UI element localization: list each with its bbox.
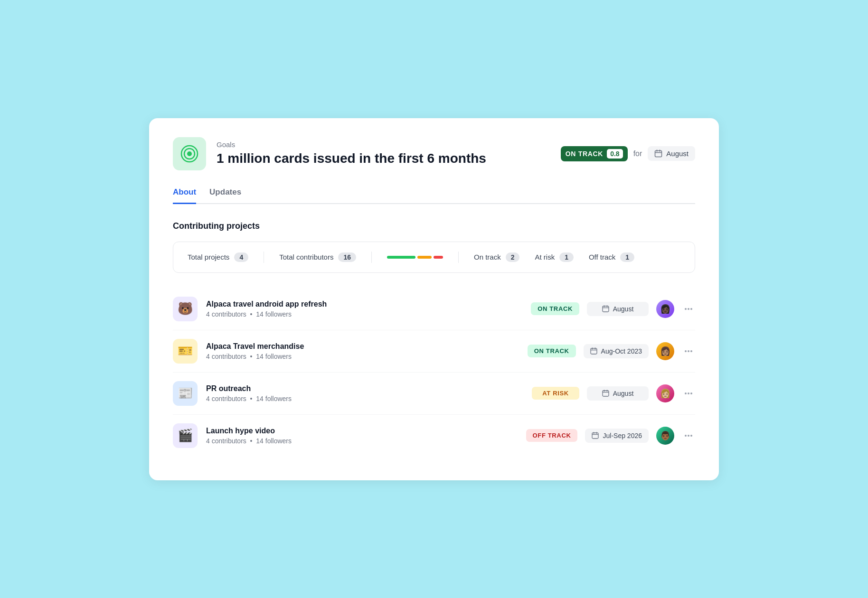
off-track-label: Off track bbox=[589, 253, 615, 261]
project-icon-1: 🐻 bbox=[173, 297, 198, 321]
calendar-icon-2 bbox=[590, 347, 597, 355]
total-projects-stat: Total projects 4 bbox=[188, 252, 248, 262]
stats-bar: Total projects 4 Total contributors 16 O… bbox=[173, 242, 695, 273]
at-risk-stat: At risk 1 bbox=[535, 252, 573, 262]
project-info-3: PR outreach 4 contributors • 14 follower… bbox=[206, 384, 532, 402]
project-row: 🎫 Alpaca Travel merchandise 4 contributo… bbox=[173, 330, 695, 373]
svg-point-2 bbox=[187, 151, 192, 156]
project-date-4: Jul-Sep 2026 bbox=[585, 429, 649, 443]
status-badge: ON TRACK 0.8 bbox=[561, 146, 628, 161]
divider-3 bbox=[458, 252, 459, 263]
more-button-2[interactable] bbox=[682, 348, 695, 354]
project-icon-3: 📰 bbox=[173, 381, 198, 406]
calendar-icon-3 bbox=[602, 390, 609, 397]
progress-bars bbox=[387, 256, 443, 259]
target-icon bbox=[180, 145, 198, 163]
project-name-1: Alpaca travel android app refresh bbox=[206, 300, 531, 308]
header-text: Goals 1 million cards issued in the firs… bbox=[217, 140, 561, 167]
divider-2 bbox=[371, 252, 372, 263]
project-row: 🐻 Alpaca travel android app refresh 4 co… bbox=[173, 288, 695, 330]
total-projects-label: Total projects bbox=[188, 253, 229, 261]
project-date-3: August bbox=[587, 386, 649, 401]
status-text: ON TRACK bbox=[566, 150, 603, 158]
project-right-4: OFF TRACK Jul-Sep 2026 👨🏾 bbox=[526, 427, 695, 445]
svg-rect-3 bbox=[655, 151, 662, 157]
status-score: 0.8 bbox=[607, 149, 623, 159]
on-track-label: On track bbox=[474, 253, 501, 261]
tab-about[interactable]: About bbox=[173, 187, 196, 204]
off-track-count: 1 bbox=[620, 252, 634, 262]
svg-rect-5 bbox=[591, 348, 597, 354]
tabs: About Updates bbox=[173, 187, 695, 204]
projects-list: 🐻 Alpaca travel android app refresh 4 co… bbox=[173, 288, 695, 457]
avatar-1: 👩🏿 bbox=[656, 300, 674, 318]
on-track-count: 2 bbox=[506, 252, 520, 262]
total-contributors-count: 16 bbox=[338, 252, 356, 262]
project-meta-4: 4 contributors • 14 followers bbox=[206, 437, 526, 445]
project-status-1: ON TRACK bbox=[531, 302, 579, 315]
svg-rect-4 bbox=[603, 306, 609, 312]
svg-rect-7 bbox=[592, 433, 598, 439]
progress-green bbox=[387, 256, 415, 259]
project-row: 🎬 Launch hype video 4 contributors • 14 … bbox=[173, 415, 695, 457]
goal-icon-wrap bbox=[173, 137, 206, 170]
project-name-4: Launch hype video bbox=[206, 427, 526, 435]
project-right-3: AT RISK August 👩🏼 bbox=[532, 384, 695, 402]
project-info-4: Launch hype video 4 contributors • 14 fo… bbox=[206, 427, 526, 445]
project-meta-3: 4 contributors • 14 followers bbox=[206, 395, 532, 402]
for-label: for bbox=[633, 150, 642, 158]
total-contributors-label: Total contributors bbox=[279, 253, 333, 261]
project-status-3: AT RISK bbox=[532, 387, 579, 400]
project-status-2: ON TRACK bbox=[528, 345, 576, 357]
project-row: 📰 PR outreach 4 contributors • 14 follow… bbox=[173, 373, 695, 415]
divider-1 bbox=[264, 252, 264, 263]
tab-updates[interactable]: Updates bbox=[209, 187, 241, 204]
avatar-3: 👩🏼 bbox=[656, 384, 674, 402]
avatar-2: 👩🏽 bbox=[656, 342, 674, 360]
project-icon-4: 🎬 bbox=[173, 423, 198, 448]
progress-amber bbox=[417, 256, 432, 259]
more-button-1[interactable] bbox=[682, 306, 695, 312]
project-info-2: Alpaca Travel merchandise 4 contributors… bbox=[206, 342, 528, 360]
calendar-icon bbox=[654, 150, 662, 158]
calendar-icon-1 bbox=[602, 305, 609, 312]
at-risk-count: 1 bbox=[559, 252, 574, 262]
at-risk-label: At risk bbox=[535, 253, 555, 261]
svg-rect-6 bbox=[603, 391, 609, 396]
avatar-4: 👨🏾 bbox=[656, 427, 674, 445]
project-meta-1: 4 contributors • 14 followers bbox=[206, 310, 531, 318]
project-name-3: PR outreach bbox=[206, 384, 532, 393]
month-label: August bbox=[666, 150, 689, 158]
progress-red bbox=[434, 256, 443, 259]
header: Goals 1 million cards issued in the firs… bbox=[173, 137, 695, 170]
project-info-1: Alpaca travel android app refresh 4 cont… bbox=[206, 300, 531, 318]
main-card: Goals 1 million cards issued in the firs… bbox=[149, 118, 719, 480]
more-button-3[interactable] bbox=[682, 391, 695, 396]
project-meta-2: 4 contributors • 14 followers bbox=[206, 353, 528, 360]
total-projects-count: 4 bbox=[234, 252, 248, 262]
project-right-2: ON TRACK Aug-Oct 2023 👩🏽 bbox=[528, 342, 695, 360]
project-date-1: August bbox=[587, 302, 649, 316]
section-title: Contributing projects bbox=[173, 221, 695, 231]
project-right-1: ON TRACK August 👩🏿 bbox=[531, 300, 695, 318]
month-badge[interactable]: August bbox=[648, 146, 695, 161]
goal-title: 1 million cards issued in the first 6 mo… bbox=[217, 150, 561, 167]
project-status-4: OFF TRACK bbox=[526, 429, 578, 442]
more-button-4[interactable] bbox=[682, 433, 695, 439]
project-icon-2: 🎫 bbox=[173, 339, 198, 364]
off-track-stat: Off track 1 bbox=[589, 252, 634, 262]
project-date-2: Aug-Oct 2023 bbox=[584, 344, 649, 358]
goal-label: Goals bbox=[217, 140, 561, 149]
calendar-icon-4 bbox=[592, 432, 599, 439]
project-name-2: Alpaca Travel merchandise bbox=[206, 342, 528, 351]
total-contributors-stat: Total contributors 16 bbox=[279, 252, 356, 262]
header-right: ON TRACK 0.8 for August bbox=[561, 146, 695, 161]
on-track-stat: On track 2 bbox=[474, 252, 519, 262]
